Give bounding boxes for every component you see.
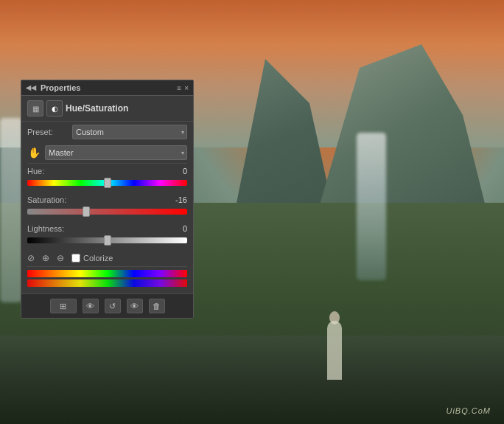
- preset-select-wrapper: Custom Default Cyanotype Increase Satura…: [72, 125, 187, 139]
- channel-select-wrapper: Master Reds Yellows Greens Cyans Blues M…: [45, 145, 187, 160]
- panel-menu-icon[interactable]: ≡: [177, 84, 181, 92]
- eye-icon: 👁: [86, 302, 94, 310]
- eyedropper-add-icon[interactable]: ⊕: [42, 253, 49, 263]
- waterfall-left: [0, 118, 22, 302]
- hue-label-row: Hue: 0: [27, 167, 187, 175]
- panel-title-icons: ≡ ×: [177, 84, 189, 92]
- colorize-checkbox[interactable]: [71, 254, 80, 263]
- saturation-thumb[interactable]: [83, 206, 90, 217]
- panel-icon-row: ▦ ◐ Hue/Saturation: [21, 96, 193, 122]
- lightness-thumb[interactable]: [104, 235, 111, 246]
- eyedropper-icon[interactable]: ⊘: [27, 253, 35, 263]
- visibility-button[interactable]: 👁: [83, 299, 99, 313]
- preset-select[interactable]: Custom Default Cyanotype Increase Satura…: [72, 125, 187, 139]
- hue-value: 0: [165, 167, 187, 175]
- collapse-icon[interactable]: ◀◀: [26, 84, 36, 91]
- saturation-slider-section: Saturation: -16: [21, 192, 193, 221]
- properties-panel: ◀◀ Properties ≡ × ▦ ◐ Hue/Saturation Pre…: [21, 80, 194, 319]
- watermark-text: UiBQ.CoM: [446, 406, 491, 415]
- channel-row: ✋ Master Reds Yellows Greens Cyans Blues…: [21, 142, 193, 163]
- panel-titlebar: ◀◀ Properties ≡ ×: [21, 80, 193, 96]
- lightness-label-row: Lightness: 0: [27, 224, 187, 233]
- adjustment-icon-1: ▦: [27, 100, 43, 117]
- hue-track[interactable]: [27, 178, 187, 188]
- lightness-track[interactable]: [27, 235, 187, 246]
- preset-row: Preset: Custom Default Cyanotype Increas…: [21, 122, 193, 142]
- watermark: UiBQ.CoM: [446, 406, 491, 415]
- lightness-value: 0: [165, 224, 187, 233]
- figure: [312, 277, 357, 380]
- panel-title: Properties: [41, 83, 80, 92]
- section-title: Hue/Saturation: [66, 103, 128, 114]
- panel-toolbar: ⊞ 👁 ↺ 👁 🗑: [21, 293, 193, 318]
- saturation-value: -16: [165, 195, 187, 204]
- saturation-label: Saturation:: [27, 195, 66, 204]
- figure-body: [327, 321, 342, 380]
- trash-icon: 🗑: [153, 302, 161, 310]
- reset-button[interactable]: ↺: [105, 299, 121, 313]
- hue-slider-section: Hue: 0: [21, 164, 193, 192]
- visibility2-button[interactable]: 👁: [127, 299, 143, 313]
- delete-button[interactable]: 🗑: [149, 299, 165, 313]
- lightness-slider-section: Lightness: 0: [21, 221, 193, 250]
- preset-label: Preset:: [27, 128, 68, 136]
- add-layer-icon: ⊞: [60, 302, 66, 311]
- spectrum-section: [21, 267, 193, 293]
- rainbow-spectrum: [27, 270, 187, 277]
- add-layer-button[interactable]: ⊞: [50, 299, 77, 313]
- saturation-track[interactable]: [27, 206, 187, 217]
- eyedropper-subtract-icon[interactable]: ⊖: [57, 253, 64, 263]
- hue-label: Hue:: [27, 167, 44, 175]
- panel-close-icon[interactable]: ×: [184, 84, 189, 92]
- lightness-label: Lightness:: [27, 224, 64, 233]
- panel-title-left: ◀◀ Properties: [26, 83, 80, 92]
- saturation-gradient: [27, 209, 187, 215]
- channel-select[interactable]: Master Reds Yellows Greens Cyans Blues M…: [45, 145, 187, 160]
- colorize-text: Colorize: [83, 254, 113, 263]
- hand-tool-icon[interactable]: ✋: [27, 147, 41, 159]
- waterfall-right: [357, 133, 386, 280]
- hue-thumb[interactable]: [104, 178, 111, 188]
- saturation-label-row: Saturation: -16: [27, 195, 187, 204]
- reset-icon: ↺: [109, 302, 116, 311]
- colorize-row: ⊘ ⊕ ⊖ Colorize: [21, 250, 193, 266]
- rainbow-spectrum-2: [27, 279, 187, 287]
- colorize-label[interactable]: Colorize: [71, 254, 113, 263]
- adjustment-icon-2: ◐: [46, 100, 63, 117]
- eye2-icon: 👁: [130, 302, 139, 310]
- ground: [0, 336, 504, 424]
